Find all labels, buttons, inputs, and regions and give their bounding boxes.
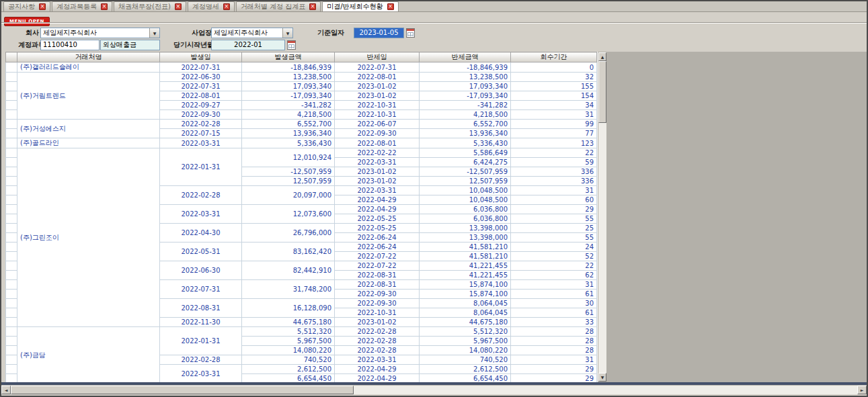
collection-days-cell[interactable]: 31 <box>511 355 597 365</box>
horizontal-scroll-thumb[interactable] <box>11 386 354 394</box>
occurrence-amount-cell[interactable]: 16,128,090 <box>242 299 335 318</box>
customer-name-cell[interactable]: (주)거림트렌드 <box>17 73 160 120</box>
occurrence-amount-cell[interactable]: 2,612,500 <box>242 365 335 374</box>
row-selector[interactable] <box>6 299 17 308</box>
dropdown-arrow-icon[interactable]: ▼ <box>282 28 292 38</box>
period-start-input[interactable]: 2022-01 <box>211 40 285 50</box>
settlement-date-cell[interactable]: 2022-03-31 <box>335 355 420 365</box>
scroll-right-icon[interactable]: ► <box>857 386 867 394</box>
settlement-date-cell[interactable]: 2022-02-28 <box>335 337 420 346</box>
row-selector[interactable] <box>6 62 17 73</box>
row-selector[interactable] <box>6 129 17 138</box>
settlement-amount-cell[interactable]: 15,874,100 <box>420 290 511 299</box>
settlement-date-cell[interactable]: 2022-08-01 <box>335 138 420 148</box>
tab-3[interactable]: 계정명세× <box>188 1 235 11</box>
collection-days-cell[interactable]: 99 <box>511 120 597 129</box>
row-selector[interactable] <box>6 186 17 195</box>
settlement-amount-cell[interactable]: 740,520 <box>420 355 511 365</box>
collection-days-cell[interactable]: 31 <box>511 186 597 195</box>
tab-close-icon[interactable]: × <box>223 3 230 10</box>
row-selector[interactable] <box>6 233 17 242</box>
customer-name-cell[interactable]: (주)그린조이 <box>17 148 160 327</box>
settlement-date-cell[interactable]: 2023-01-02 <box>335 318 420 327</box>
row-selector[interactable] <box>6 290 17 299</box>
occurrence-amount-cell[interactable]: 4,218,500 <box>242 110 335 120</box>
occurrence-date-cell[interactable]: 2022-09-30 <box>160 110 242 120</box>
settlement-date-cell[interactable]: 2022-03-31 <box>335 186 420 195</box>
row-selector[interactable] <box>6 167 17 177</box>
occurrence-amount-cell[interactable]: 13,238,500 <box>242 73 335 82</box>
collection-days-cell[interactable]: 32 <box>511 73 597 82</box>
settlement-date-cell[interactable]: 2022-10-31 <box>335 110 420 120</box>
occurrence-date-cell[interactable]: 2022-03-31 <box>160 205 242 224</box>
settlement-date-cell[interactable]: 2022-07-31 <box>335 62 420 73</box>
row-selector[interactable] <box>6 138 17 148</box>
occurrence-date-cell[interactable]: 2022-01-31 <box>160 148 242 186</box>
settlement-amount-cell[interactable]: 2,612,500 <box>420 365 511 374</box>
settlement-amount-cell[interactable]: 5,586,649 <box>420 148 511 158</box>
occurrence-date-cell[interactable]: 2022-03-31 <box>160 138 242 148</box>
settlement-date-cell[interactable]: 2022-07-22 <box>335 261 420 271</box>
row-selector[interactable] <box>6 261 17 271</box>
tab-0[interactable]: 공지사항× <box>3 1 50 11</box>
settlement-date-cell[interactable]: 2022-05-25 <box>335 224 420 233</box>
customer-name-cell[interactable]: (주)골드라인 <box>17 138 160 148</box>
collection-days-cell[interactable]: 33 <box>511 318 597 327</box>
settlement-date-cell[interactable]: 2023-01-02 <box>335 177 420 186</box>
collection-days-cell[interactable]: 61 <box>511 308 597 318</box>
occurrence-date-cell[interactable]: 2022-11-30 <box>160 318 242 327</box>
vertical-scrollbar[interactable]: ▲ ▼ <box>598 52 607 382</box>
occurrence-amount-cell[interactable]: 5,336,430 <box>242 138 335 148</box>
collection-days-cell[interactable]: 30 <box>511 299 597 308</box>
settlement-date-cell[interactable]: 2023-01-02 <box>335 82 420 91</box>
row-selector[interactable] <box>6 205 17 214</box>
tab-close-icon[interactable]: × <box>39 3 46 10</box>
collection-days-cell[interactable]: 336 <box>511 177 597 186</box>
site-select[interactable]: 제일제지주식회사 ▼ <box>211 28 293 38</box>
collection-days-cell[interactable]: 29 <box>511 205 597 214</box>
collection-days-cell[interactable]: 55 <box>511 214 597 224</box>
collection-days-cell[interactable]: 28 <box>511 346 597 355</box>
tab-1[interactable]: 계정과목등록× <box>52 1 112 11</box>
occurrence-date-cell[interactable]: 2022-07-31 <box>160 62 242 73</box>
customer-name-cell[interactable]: (주)금담 <box>17 327 160 383</box>
dropdown-arrow-icon[interactable]: ▼ <box>149 28 159 38</box>
settlement-amount-cell[interactable]: 12,507,959 <box>420 177 511 186</box>
collection-days-cell[interactable]: 55 <box>511 233 597 242</box>
settlement-amount-cell[interactable]: 41,221,455 <box>420 271 511 280</box>
base-date-input[interactable]: 2023-01-05 <box>354 28 404 38</box>
row-selector[interactable] <box>6 355 17 365</box>
occurrence-date-cell[interactable]: 2022-02-28 <box>160 186 242 205</box>
settlement-date-cell[interactable]: 2022-04-29 <box>335 365 420 374</box>
tab-close-icon[interactable]: × <box>387 3 394 10</box>
settlement-amount-cell[interactable]: 6,654,450 <box>420 374 511 383</box>
scroll-up-icon[interactable]: ▲ <box>598 52 606 61</box>
row-selector[interactable] <box>6 252 17 261</box>
collection-days-cell[interactable]: 61 <box>511 290 597 299</box>
settlement-date-cell[interactable]: 2022-02-28 <box>335 327 420 337</box>
occurrence-amount-cell[interactable]: 13,936,340 <box>242 129 335 138</box>
calendar-icon[interactable] <box>287 40 296 50</box>
row-selector[interactable] <box>6 177 17 186</box>
collection-days-cell[interactable]: 28 <box>511 327 597 337</box>
settlement-date-cell[interactable]: 2022-06-24 <box>335 233 420 242</box>
collection-days-cell[interactable]: 31 <box>511 110 597 120</box>
settlement-date-cell[interactable]: 2022-09-30 <box>335 299 420 308</box>
settlement-amount-cell[interactable]: 13,238,500 <box>420 73 511 82</box>
occurrence-date-cell[interactable]: 2022-07-15 <box>160 129 242 138</box>
settlement-amount-cell[interactable]: 10,048,500 <box>420 186 511 195</box>
settlement-date-cell[interactable]: 2022-08-31 <box>335 271 420 280</box>
row-selector[interactable] <box>6 327 17 337</box>
settlement-date-cell[interactable]: 2022-06-24 <box>335 242 420 252</box>
settlement-date-cell[interactable]: 2022-06-07 <box>335 120 420 129</box>
collection-days-cell[interactable]: 336 <box>511 167 597 177</box>
settlement-date-cell[interactable]: 2022-09-30 <box>335 290 420 299</box>
collection-days-cell[interactable]: 60 <box>511 195 597 205</box>
collection-days-cell[interactable]: 155 <box>511 82 597 91</box>
settlement-date-cell[interactable]: 2022-09-30 <box>335 129 420 138</box>
collection-days-cell[interactable]: 154 <box>511 91 597 101</box>
row-selector[interactable] <box>6 148 17 158</box>
occurrence-date-cell[interactable]: 2022-08-01 <box>160 91 242 101</box>
tab-close-icon[interactable]: × <box>101 3 108 10</box>
occurrence-amount-cell[interactable]: 12,010,924 <box>242 148 335 167</box>
